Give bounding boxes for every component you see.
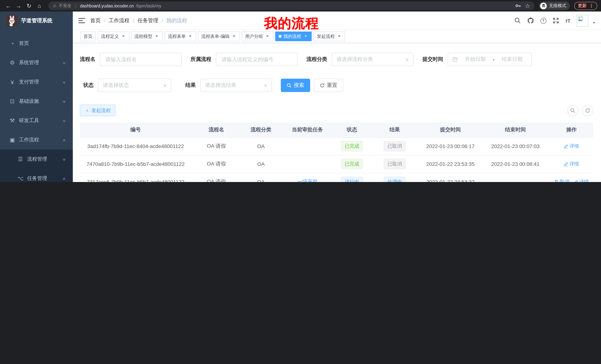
fullscreen-icon[interactable]	[552, 18, 559, 24]
bookmark-star-icon[interactable]: ☆	[525, 0, 530, 11]
chevron-down-icon[interactable]: ▼	[592, 21, 595, 27]
home-icon[interactable]: ⌂	[35, 0, 44, 11]
sidebar: 芋道管理系统 ◔首页⚙系统管理∨¥支付管理∨⊡基础设施∨⚒研发工具∨▣工作流程∧…	[0, 11, 73, 182]
cell-current-task: 一级审批	[280, 173, 334, 182]
process-name-input[interactable]	[100, 53, 182, 66]
process-definition-input[interactable]	[216, 53, 298, 66]
tab-0[interactable]: 首页	[80, 31, 96, 41]
update-button[interactable]: 更新 ⋮	[574, 2, 597, 10]
branch-icon: ⌥	[17, 175, 24, 182]
breadcrumb-item[interactable]: 工作流程	[109, 17, 130, 24]
reload-icon[interactable]: ↻	[25, 0, 33, 11]
close-icon[interactable]: ×	[337, 34, 342, 39]
detail-link[interactable]: 详情	[564, 143, 579, 150]
submit-time-range-picker[interactable]: 开始日期 - 结束日期	[448, 53, 532, 66]
screen: ← → ↻ ⌂ ⚠ 不安全 | dashboard.yudao.iocoder.…	[0, 0, 601, 182]
help-icon[interactable]: ?	[540, 18, 546, 24]
search-button[interactable]: 搜索	[281, 79, 310, 92]
cell-submit-time: 2022-01-22 23:53:35	[420, 155, 481, 173]
sidebar-item-home[interactable]: ◔首页	[0, 34, 73, 53]
cell-status: 已完成	[334, 137, 370, 155]
close-icon[interactable]: ×	[265, 34, 270, 39]
cell-category: OA	[241, 173, 280, 182]
search-icon[interactable]	[514, 18, 521, 24]
chevron-down-icon: ∨	[62, 61, 66, 65]
chevron-up-icon: ∧	[62, 138, 66, 142]
tab-6[interactable]: 我的流程×	[275, 31, 312, 41]
detail-link[interactable]: 详情	[564, 161, 579, 167]
tab-3[interactable]: 流程表单×	[165, 31, 196, 41]
font-size-icon[interactable]: тT	[565, 18, 570, 24]
cell-actions: 详情	[550, 137, 593, 155]
sidebar-item-task-management[interactable]: ⌥任务管理∧	[0, 169, 73, 182]
cell-process-name: OA 请假	[191, 173, 241, 182]
tab-label: 发起流程	[317, 33, 335, 39]
active-dot-icon	[279, 35, 281, 38]
cell-category: OA	[241, 155, 280, 173]
breadcrumb: 首页 / 工作流程 / 任务管理 / 我的流程	[90, 17, 187, 24]
close-icon[interactable]: ×	[121, 34, 126, 39]
detail-link[interactable]: 详情	[574, 179, 589, 182]
cell-actions: 取消详情	[550, 173, 593, 182]
create-process-button[interactable]: ＋ 发起流程	[80, 105, 116, 116]
cell-result: 已取消	[370, 155, 420, 173]
status-select[interactable]: 请选择状态 ∨	[98, 79, 171, 92]
sidebar-toggle-icon[interactable]	[78, 18, 85, 23]
chevron-down-icon: ∨	[62, 119, 66, 123]
app-logo-row[interactable]: 芋道管理系统	[0, 11, 73, 30]
sidebar-item-label: 系统管理	[19, 59, 39, 66]
status-tag: 已完成	[341, 141, 363, 151]
tab-4[interactable]: 流程表单-编辑×	[198, 31, 240, 41]
breadcrumb-item[interactable]: 首页	[90, 17, 101, 24]
tab-1[interactable]: 流程定义×	[98, 31, 129, 41]
sidebar-item-label: 基础设施	[19, 98, 39, 105]
back-icon[interactable]: ←	[4, 0, 13, 11]
close-icon[interactable]: ×	[231, 34, 237, 39]
category-select[interactable]: 请选择流程分类 ∨	[332, 53, 413, 66]
tags-view: 首页流程定义×流程模型×流程表单×流程表单-编辑×用户分组×我的流程×发起流程×	[73, 30, 601, 43]
close-icon[interactable]: ×	[188, 34, 193, 39]
end-date-placeholder[interactable]: 结束日期	[497, 56, 527, 63]
sidebar-item-payment[interactable]: ¥支付管理∨	[0, 72, 73, 92]
sidebar-item-workflow[interactable]: ▣工作流程∧	[0, 130, 73, 150]
filter-label-category: 流程分类	[306, 56, 332, 63]
chevron-down-icon: ∨	[62, 80, 66, 84]
table-toolbar: ＋ 发起流程	[80, 105, 593, 116]
page-content: 流程名 所属流程 流程分类 请选择流程分类	[73, 43, 601, 182]
close-icon[interactable]: ×	[303, 34, 308, 39]
result-tag: 已取消	[384, 159, 406, 169]
refresh-button[interactable]	[582, 105, 593, 116]
app-title: 芋道管理系统	[21, 18, 52, 24]
avatar[interactable]	[576, 15, 588, 27]
breadcrumb-item[interactable]: 任务管理	[138, 17, 159, 24]
reset-button[interactable]: 重置	[314, 79, 343, 92]
close-icon[interactable]: ×	[154, 34, 159, 39]
result-select[interactable]: 请选择流结果 ∨	[200, 79, 272, 92]
sidebar-item-infrastructure[interactable]: ⊡基础设施∨	[0, 92, 73, 111]
current-task-link[interactable]: 一级审批	[297, 179, 318, 182]
tab-2[interactable]: 流程模型×	[131, 31, 163, 41]
tab-5[interactable]: 用户分组×	[242, 31, 273, 41]
result-tag: 已取消	[384, 141, 406, 151]
forward-icon[interactable]: →	[14, 0, 23, 11]
tab-label: 首页	[84, 33, 92, 39]
sidebar-item-dev-tools[interactable]: ⚒研发工具∨	[0, 111, 73, 130]
filter-label-process-name: 流程名	[80, 56, 100, 63]
column-header: 流程名	[191, 123, 241, 137]
toggle-search-button[interactable]	[567, 105, 578, 116]
process-table: 编号流程名流程分类当前审批任务状态结果提交时间结束时间操作 3ad174fb-7…	[80, 123, 593, 182]
url-host: dashboard.yudao.iocoder.cn	[80, 3, 134, 8]
sidebar-menu: ◔首页⚙系统管理∨¥支付管理∨⊡基础设施∨⚒研发工具∨▣工作流程∧☰流程管理∨⌥…	[0, 34, 73, 182]
browser-menu-icon[interactable]: ⋮	[589, 3, 594, 8]
sidebar-item-system[interactable]: ⚙系统管理∨	[0, 53, 73, 72]
key-icon[interactable]	[515, 3, 521, 9]
cell-current-task	[280, 137, 334, 155]
start-date-placeholder[interactable]: 开始日期	[460, 56, 490, 63]
address-bar[interactable]: ⚠ 不安全 | dashboard.yudao.iocoder.cn/bpm/t…	[48, 1, 534, 10]
filter-label-submit-time: 提交时间	[422, 56, 448, 63]
status-tag: 已完成	[341, 159, 363, 169]
sidebar-item-process-management[interactable]: ☰流程管理∨	[0, 150, 73, 169]
github-icon[interactable]	[527, 17, 534, 24]
cancel-link[interactable]: 取消	[554, 179, 569, 182]
tab-7[interactable]: 发起流程×	[313, 31, 345, 41]
